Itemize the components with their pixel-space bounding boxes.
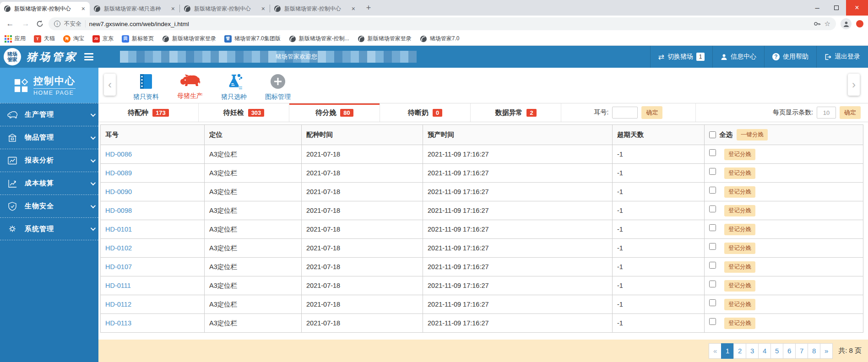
register-farrowing-button[interactable]: 登记分娩 [724,149,755,160]
bookmark-tmall[interactable]: T天猫 [34,35,55,43]
bookmark-v7[interactable]: 猪场管家7.0 [420,35,460,43]
browser-tab[interactable]: 新版猪场管家-控制中心 × [270,2,360,16]
next-page-button[interactable]: » [820,343,833,359]
ear-tag-link[interactable]: HD-0102 [105,244,132,252]
bookmark-jd[interactable]: JD京东 [92,35,114,43]
toolbar-item-pig-selection[interactable]: 猪只选种 [212,68,256,103]
register-farrowing-button[interactable]: 登记分娩 [724,167,755,179]
page-button[interactable]: 1 [721,343,734,359]
ear-tag-link[interactable]: HD-0101 [105,226,132,233]
page-button[interactable]: 7 [795,343,808,359]
ear-tag-link[interactable]: HD-0086 [105,151,132,158]
register-farrowing-button[interactable]: 登记分娩 [724,299,755,310]
register-farrowing-button[interactable]: 登记分娩 [724,186,755,198]
browser-tab[interactable]: 新版猪场管家-控制中心 × [180,2,270,16]
sidebar-item-goods[interactable]: 物品管理 [0,126,98,149]
sidebar-home-panel[interactable]: 控制中心 HOME PAGE [0,68,98,103]
row-checkbox[interactable] [709,168,716,175]
page-button[interactable]: 2 [733,343,746,359]
ear-tag-link[interactable]: HD-0089 [105,169,132,177]
page-button[interactable]: 4 [758,343,771,359]
tab-close-icon[interactable]: × [351,5,356,12]
logout-button[interactable]: 退出登录 [816,46,868,68]
bookmark-taobao[interactable]: 淘淘宝 [63,35,84,43]
toolbar-item-pig-records[interactable]: 猪只资料 [124,68,168,103]
tab-awaiting-farrowing[interactable]: 待分娩 80 [289,103,380,122]
bookmark-star-icon[interactable]: ☆ [825,20,830,28]
row-checkbox[interactable] [709,318,716,325]
tab-awaiting-breeding[interactable]: 待配种 173 [98,103,199,122]
register-farrowing-button[interactable]: 登记分娩 [724,280,755,292]
register-farrowing-button[interactable]: 登记分娩 [724,318,755,329]
page-button[interactable]: 5 [770,343,783,359]
row-checkbox[interactable] [709,187,716,194]
sidebar-item-biosecurity[interactable]: 生物安全 [0,195,98,217]
bookmark-login-2[interactable]: 新版猪场管家登录 [358,35,412,43]
page-size-input[interactable] [817,107,836,119]
url-field[interactable]: i 不安全 new7.gxswine.com/web/index_i.html … [49,17,836,30]
forward-button[interactable]: → [20,19,31,28]
browser-tab[interactable]: 新版猪场管家-控制中心 × [0,2,90,16]
switch-farm-button[interactable]: ⇄ 切换猪场 1 [650,46,712,68]
toolbar-item-icon-management[interactable]: 图标管理 [256,68,300,103]
carousel-next-button[interactable]: › [848,74,860,96]
password-key-icon[interactable] [814,20,821,27]
tab-close-icon[interactable]: × [170,5,176,12]
bookmark-apps[interactable]: 应用 [5,35,26,43]
register-farrowing-button[interactable]: 登记分娩 [724,243,755,254]
profile-avatar[interactable] [841,18,852,29]
row-checkbox[interactable] [709,262,716,269]
sidebar-item-cost[interactable]: 成本核算 [0,172,98,195]
row-checkbox[interactable] [709,243,716,250]
ear-tag-link[interactable]: HD-0111 [105,282,131,289]
ear-tag-link[interactable]: HD-0090 [105,188,132,195]
tab-data-anomaly[interactable]: 数据异常 2 [471,103,561,122]
bookmark-login[interactable]: 新版猪场管家登录 [162,35,216,43]
close-button[interactable]: × [846,0,868,16]
minimize-button[interactable]: ─ [808,0,827,16]
row-checkbox[interactable] [709,299,716,306]
browser-tab[interactable]: 新版猪场管家-猪只选种 × [90,2,179,16]
bookmark-group-edition[interactable]: 管猪场管家7.0集团版 [224,35,281,43]
info-icon[interactable]: i [54,21,60,27]
sidebar-item-reports[interactable]: 报表分析 [0,149,98,172]
row-checkbox[interactable] [709,149,716,156]
ear-tag-link[interactable]: HD-0112 [105,301,131,308]
sidebar-item-production[interactable]: 生产管理 [0,103,98,126]
new-tab-button[interactable]: + [363,2,374,14]
browser-menu-badge[interactable] [856,20,863,27]
page-button[interactable]: 3 [746,343,759,359]
row-checkbox[interactable] [709,205,716,212]
bookmark-control-center[interactable]: 新版猪场管家-控制... [289,35,349,43]
register-farrowing-button[interactable]: 登记分娩 [724,224,755,235]
row-checkbox[interactable] [709,281,716,287]
tab-awaiting-pregnancy-check[interactable]: 待妊检 303 [199,103,289,122]
sidebar-item-system[interactable]: 系统管理 [0,217,98,240]
back-button[interactable]: ← [5,19,16,28]
row-checkbox[interactable] [709,224,716,231]
maximize-button[interactable] [827,0,846,16]
message-center-button[interactable]: 信息中心 [712,46,764,68]
tab-awaiting-weaning[interactable]: 待断奶 0 [380,103,471,122]
ear-tag-confirm-button[interactable]: 确定 [641,106,662,119]
tab-close-icon[interactable]: × [260,5,266,12]
reload-button[interactable] [36,20,44,28]
toolbar-item-sow-production[interactable]: 母猪生产 [168,68,212,103]
page-size-confirm-button[interactable]: 确定 [840,106,861,119]
register-farrowing-button[interactable]: 登记分娩 [724,261,755,273]
menu-toggle-icon[interactable] [84,53,93,60]
ear-tag-link[interactable]: HD-0107 [105,263,132,270]
bookmark-new-tab-page[interactable]: 田新标签页 [122,35,154,43]
ear-tag-link[interactable]: HD-0113 [105,319,131,327]
page-button[interactable]: 6 [783,343,796,359]
prev-page-button[interactable]: « [709,343,722,359]
register-farrowing-button[interactable]: 登记分娩 [724,205,755,216]
batch-farrowing-button[interactable]: 一键分娩 [737,129,768,140]
page-button[interactable]: 8 [808,343,820,359]
ear-tag-link[interactable]: HD-0098 [105,207,132,214]
carousel-prev-button[interactable]: ‹ [104,74,116,96]
help-button[interactable]: ? 使用帮助 [764,46,816,68]
ear-tag-input[interactable] [612,107,638,119]
tab-close-icon[interactable]: × [81,5,86,12]
select-all-checkbox[interactable] [709,131,716,138]
